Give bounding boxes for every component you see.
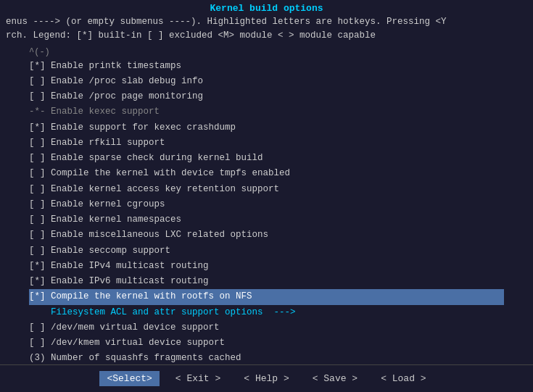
btn-exit[interactable]: < Exit > xyxy=(168,371,228,386)
menu-item-item-20[interactable]: (3) Number of squashfs fragments cached xyxy=(29,351,504,364)
btn-save[interactable]: < Save > xyxy=(305,371,365,386)
menu-item-item-16[interactable]: [*] Compile the kernel with rootfs on NF… xyxy=(29,289,504,304)
menu-item-item-4[interactable]: -*- Enable kexec support xyxy=(29,104,504,120)
menu-item-item-11[interactable]: [ ] Enable kernel namespaces xyxy=(29,212,504,228)
button-bar: <Select>< Exit >< Help >< Save >< Load > xyxy=(0,364,533,392)
btn-select[interactable]: <Select> xyxy=(99,371,159,386)
content-area: ^(-) [*] Enable printk timestamps[ ] Ena… xyxy=(0,43,533,365)
subtitle-line1: enus ----> (or empty submenus ----). Hig… xyxy=(6,15,527,29)
menu-item-item-10[interactable]: [ ] Enable kernel cgroups xyxy=(29,197,504,212)
subtitle-area: enus ----> (or empty submenus ----). Hig… xyxy=(0,15,533,43)
menu-item-item-3[interactable]: [ ] Enable /proc page monitoring xyxy=(29,89,504,104)
menu-item-item-8[interactable]: [ ] Compile the kernel with device tmpfs… xyxy=(29,166,504,181)
menu-item-item-2[interactable]: [ ] Enable /proc slab debug info xyxy=(29,74,504,89)
title-text: Kernel build options xyxy=(210,3,323,14)
top-separator: ^(-) xyxy=(0,46,533,59)
btn-load[interactable]: < Load > xyxy=(373,371,433,386)
menu-item-item-17[interactable]: Filesystem ACL and attr support options … xyxy=(29,305,504,320)
menu-item-item-19[interactable]: [ ] /dev/kmem virtual device support xyxy=(29,335,504,351)
title-bar: Kernel build options xyxy=(0,0,533,15)
subtitle-line2: rch. Legend: [*] built-in [ ] excluded <… xyxy=(6,29,527,43)
menu-item-item-7[interactable]: [ ] Enable sparse check during kernel bu… xyxy=(29,151,504,166)
menu-list: [*] Enable printk timestamps[ ] Enable /… xyxy=(0,59,533,365)
menu-item-item-5[interactable]: [*] Enable support for kexec crashdump xyxy=(29,120,504,135)
btn-help[interactable]: < Help > xyxy=(236,371,296,386)
menu-item-item-1[interactable]: [*] Enable printk timestamps xyxy=(29,59,504,74)
menu-item-item-18[interactable]: [ ] /dev/mem virtual device support xyxy=(29,320,504,335)
kernel-config-screen: Kernel build options enus ----> (or empt… xyxy=(0,0,533,392)
menu-item-item-13[interactable]: [ ] Enable seccomp support xyxy=(29,243,504,259)
menu-item-item-6[interactable]: [ ] Enable rfkill support xyxy=(29,135,504,151)
menu-item-item-9[interactable]: [ ] Enable kernel access key retention s… xyxy=(29,182,504,197)
menu-item-item-12[interactable]: [ ] Enable miscellaneous LXC related opt… xyxy=(29,228,504,243)
menu-item-item-14[interactable]: [*] Enable IPv4 multicast routing xyxy=(29,259,504,274)
menu-item-item-15[interactable]: [*] Enable IPv6 multicast routing xyxy=(29,274,504,289)
